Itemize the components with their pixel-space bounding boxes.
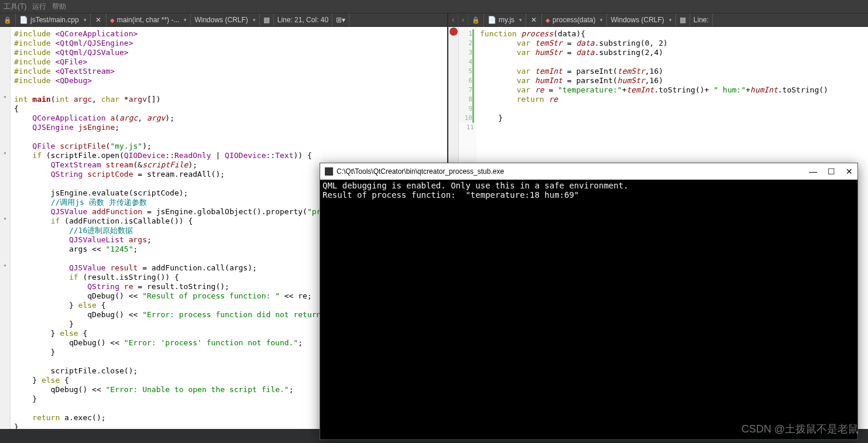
symbol-name: process(data) xyxy=(553,16,595,24)
file-name: jsTest/main.cpp xyxy=(30,16,79,24)
symbol-selector[interactable]: ◆ main(int, char **) -... xyxy=(107,13,191,26)
split-icon[interactable]: ⊞▾ xyxy=(332,13,349,26)
symbol-selector[interactable]: ◆ process(data) xyxy=(542,13,607,26)
grid-icon[interactable]: ▦ xyxy=(260,13,274,26)
fold-gutter[interactable]: ▾ ▾ ▾ ▾ xyxy=(0,27,11,429)
fold-chevron-icon[interactable]: ▾ xyxy=(0,149,10,158)
close-tab[interactable]: ✕ xyxy=(526,13,542,26)
console-title: C:\Qt\Tools\QtCreator\bin\qtcreator_proc… xyxy=(337,167,504,176)
lock-icon[interactable]: 🔒 xyxy=(0,13,16,26)
maximize-button[interactable]: ☐ xyxy=(828,167,835,176)
close-tab[interactable]: ✕ xyxy=(91,13,107,26)
file-icon: 📄 xyxy=(488,16,496,24)
fold-chevron-icon[interactable]: ▾ xyxy=(0,214,10,224)
encoding-selector[interactable]: Windows (CRLF) xyxy=(607,13,675,26)
grid-icon[interactable]: ▦ xyxy=(676,13,690,26)
fold-chevron-icon[interactable]: ▾ xyxy=(0,92,10,102)
line-col-info[interactable]: Line: xyxy=(690,13,713,26)
file-selector[interactable]: 📄 jsTest/main.cpp xyxy=(16,13,91,26)
menu-item[interactable]: 帮助 xyxy=(52,2,66,12)
file-name: my.js xyxy=(499,16,514,24)
file-selector[interactable]: 📄 my.js xyxy=(484,13,526,26)
console-icon xyxy=(325,167,333,176)
minimize-button[interactable]: — xyxy=(809,167,817,176)
encoding-selector[interactable]: Windows (CRLF) xyxy=(191,13,259,26)
diamond-icon: ◆ xyxy=(110,17,115,23)
lock-icon[interactable]: 🔒 xyxy=(468,13,484,26)
symbol-name: main(int, char **) -... xyxy=(117,16,180,24)
close-button[interactable]: ✕ xyxy=(846,167,853,176)
right-toolbar: ‹ › 🔒 📄 my.js ✕ ◆ process(data) Windows … xyxy=(448,13,868,27)
breakpoint-icon[interactable] xyxy=(450,28,458,36)
line-col-info[interactable]: Line: 21, Col: 40 xyxy=(274,13,332,26)
menu-item[interactable]: 运行 xyxy=(32,2,46,12)
nav-back-icon[interactable]: ‹ xyxy=(448,13,458,26)
console-output: QML debugging is enabled. Only use this … xyxy=(320,180,857,201)
diamond-icon: ◆ xyxy=(545,17,550,23)
menu-item[interactable]: 工具(T) xyxy=(4,2,26,12)
console-window[interactable]: C:\Qt\Tools\QtCreator\bin\qtcreator_proc… xyxy=(320,163,858,440)
file-icon: 📄 xyxy=(19,16,28,24)
console-titlebar[interactable]: C:\Qt\Tools\QtCreator\bin\qtcreator_proc… xyxy=(320,163,857,180)
fold-chevron-icon[interactable]: ▾ xyxy=(0,261,10,270)
left-toolbar: 🔒 📄 jsTest/main.cpp ✕ ◆ main(int, char *… xyxy=(0,13,447,27)
menu-bar: 工具(T) 运行 帮助 xyxy=(0,0,868,13)
nav-fwd-icon[interactable]: › xyxy=(458,13,468,26)
